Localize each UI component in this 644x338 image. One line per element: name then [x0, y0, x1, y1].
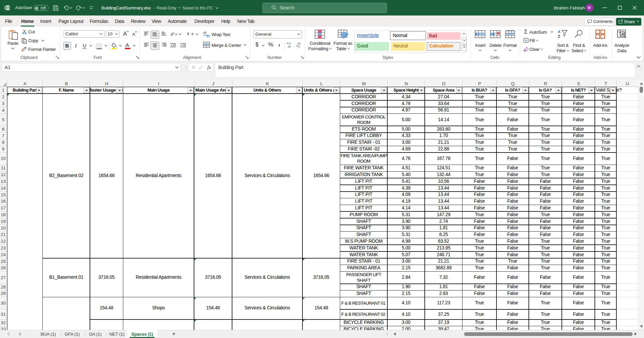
- svg-text:.00: .00: [287, 45, 291, 48]
- svg-text:0: 0: [298, 45, 300, 48]
- svg-text:ab: ab: [203, 31, 207, 34]
- svg-text:X: X: [5, 6, 7, 9]
- svg-text:Z: Z: [558, 34, 560, 38]
- svg-text:¶: ¶: [187, 32, 189, 36]
- svg-text:A: A: [558, 30, 560, 34]
